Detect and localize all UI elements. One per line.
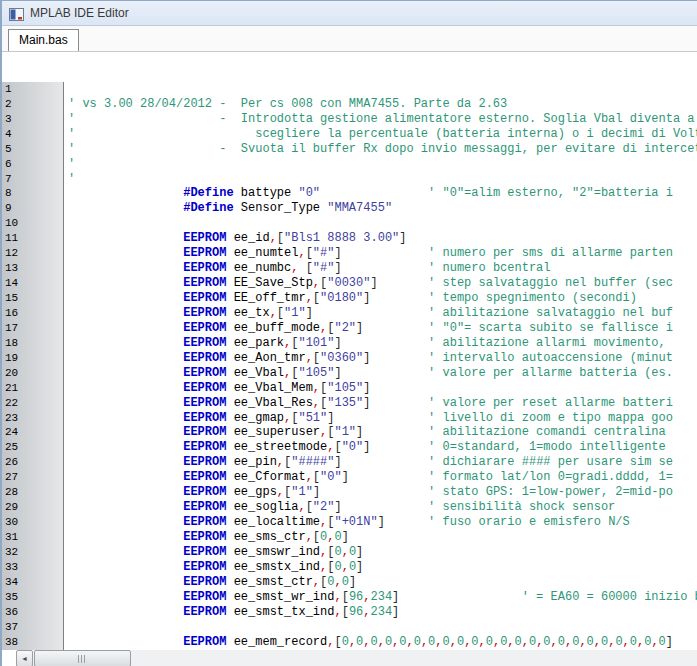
tab-main-bas[interactable]: Main.bas: [8, 29, 79, 51]
line-number[interactable]: 33: [2, 560, 64, 575]
code-line: 31 EEPROM ee_sms_ctr,[0,0]: [2, 530, 697, 545]
code-line: 38 EEPROM ee_mem_record,[0,0,0,0,0,0,0,0…: [2, 635, 697, 650]
line-number[interactable]: 16: [2, 306, 64, 321]
code-line-text: EEPROM ee_id,["Bls1 8888 3.00"]: [64, 231, 697, 246]
code-line-text: EEPROM ee_numbc, ["#"] ' numero bcentral: [64, 261, 697, 276]
scrollbar-track[interactable]: [33, 650, 697, 666]
line-number[interactable]: 17: [2, 321, 64, 336]
code-line-text: ': [64, 172, 697, 187]
code-line: 23 EEPROM ee_gmap,["51"] ' livello di zo…: [2, 411, 697, 426]
code-line-text: EEPROM ee_streetmode,["0"] ' 0=standard,…: [64, 440, 697, 455]
code-line-text: EEPROM ee_sms_ctr,[0,0]: [64, 530, 697, 545]
scrollbar-thumb[interactable]: [34, 650, 131, 666]
title-bar[interactable]: MPLAB IDE Editor: [2, 1, 697, 26]
line-number[interactable]: 1: [2, 82, 64, 97]
code-line-text: EEPROM ee_Vbal,["105"] ' valore per alla…: [64, 366, 697, 381]
code-line: 1: [2, 82, 697, 97]
line-number[interactable]: 34: [2, 575, 64, 590]
code-line: 14 EEPROM EE_Save_Stp,["0030"] ' step sa…: [2, 276, 697, 291]
tab-label: Main.bas: [19, 33, 68, 47]
line-number[interactable]: 31: [2, 530, 64, 545]
code-line: 32 EEPROM ee_smswr_ind,[0,0]: [2, 545, 697, 560]
code-line: 3' - Introdotta gestione alimentatore es…: [2, 112, 697, 127]
code-line: 33 EEPROM ee_smstx_ind,[0,0]: [2, 560, 697, 575]
window-title: MPLAB IDE Editor: [30, 6, 129, 20]
code-line-text: EEPROM ee_numtel,["#"] ' numero per sms …: [64, 246, 697, 261]
line-number[interactable]: 10: [2, 216, 64, 231]
code-line-text: EEPROM ee_Cformat,["0"] ' formato lat/lo…: [64, 470, 697, 485]
code-line-text: EEPROM ee_mem_record,[0,0,0,0,0,0,0,0,0,…: [64, 635, 697, 650]
code-line-text: ' - Introdotta gestione alimentatore est…: [64, 112, 697, 127]
mplab-editor-window: MPLAB IDE Editor Main.bas 12' vs 3.00 28…: [0, 0, 697, 666]
line-number[interactable]: 28: [2, 485, 64, 500]
line-number[interactable]: 15: [2, 291, 64, 306]
code-editor[interactable]: 12' vs 3.00 28/04/2012 - Per cs 008 con …: [2, 52, 697, 650]
code-line: 28 EEPROM ee_gps,["1"] ' stato GPS: 1=lo…: [2, 485, 697, 500]
line-number[interactable]: 9: [2, 201, 64, 216]
line-number[interactable]: 36: [2, 605, 64, 620]
code-line: 35 EEPROM ee_smst_wr_ind,[96,234] ' = EA…: [2, 590, 697, 605]
line-number[interactable]: 4: [2, 127, 64, 142]
line-number[interactable]: 13: [2, 261, 64, 276]
line-number[interactable]: 38: [2, 635, 64, 650]
line-number[interactable]: 35: [2, 590, 64, 605]
line-number[interactable]: 11: [2, 231, 64, 246]
code-line: 17 EEPROM ee_buff_mode,["2"] ' "0"= scar…: [2, 321, 697, 336]
line-number[interactable]: 6: [2, 157, 64, 172]
line-number[interactable]: 8: [2, 186, 64, 201]
code-line: 2' vs 3.00 28/04/2012 - Per cs 008 con M…: [2, 97, 697, 112]
code-line-text: EEPROM ee_tx,["1"] ' abilitazione salvat…: [64, 306, 697, 321]
code-line-text: ' scegliere la percentuale (batteria int…: [64, 127, 697, 142]
line-number[interactable]: 25: [2, 440, 64, 455]
code-line: 25 EEPROM ee_streetmode,["0"] ' 0=standa…: [2, 440, 697, 455]
code-line: 37: [2, 620, 697, 635]
code-line: 19 EEPROM ee_Aon_tmr,["0360"] ' interval…: [2, 351, 697, 366]
code-line-text: EEPROM ee_buff_mode,["2"] ' "0"= scarta …: [64, 321, 697, 336]
code-line: 24 EEPROM ee_superuser,["1"] ' abilitazi…: [2, 425, 697, 440]
code-line: 5' - Svuota il buffer Rx dopo invio mess…: [2, 142, 697, 157]
code-line: 20 EEPROM ee_Vbal,["105"] ' valore per a…: [2, 366, 697, 381]
code-line: 15 EEPROM EE_off_tmr,["0180"] ' tempo sp…: [2, 291, 697, 306]
code-line: 9 #Define Sensor_Type "MMA7455": [2, 201, 697, 216]
line-number[interactable]: 20: [2, 366, 64, 381]
code-line: 21 EEPROM ee_Vbal_Mem,["105"]: [2, 381, 697, 396]
code-line: 11 EEPROM ee_id,["Bls1 8888 3.00"]: [2, 231, 697, 246]
code-line-text: [64, 620, 697, 635]
line-number[interactable]: 24: [2, 425, 64, 440]
left-arrow-icon: ◄: [21, 655, 28, 662]
line-number[interactable]: 14: [2, 276, 64, 291]
line-number[interactable]: 3: [2, 112, 64, 127]
code-line-text: #Define battype "0" ' "0"=alim esterno, …: [64, 186, 697, 201]
line-number[interactable]: 27: [2, 470, 64, 485]
code-line: 13 EEPROM ee_numbc, ["#"] ' numero bcent…: [2, 261, 697, 276]
line-number[interactable]: 23: [2, 411, 64, 426]
code-line-text: EEPROM ee_smswr_ind,[0,0]: [64, 545, 697, 560]
line-number[interactable]: 22: [2, 396, 64, 411]
code-line-text: EEPROM ee_localtime,["+01N"] ' fuso orar…: [64, 515, 697, 530]
line-number[interactable]: 32: [2, 545, 64, 560]
code-line-text: EEPROM ee_Vbal_Res,["135"] ' valore per …: [64, 396, 697, 411]
line-number[interactable]: 29: [2, 500, 64, 515]
code-line-text: EEPROM ee_Vbal_Mem,["105"]: [64, 381, 697, 396]
line-number[interactable]: 21: [2, 381, 64, 396]
line-number[interactable]: 37: [2, 620, 64, 635]
code-line-text: #Define Sensor_Type "MMA7455": [64, 201, 697, 216]
code-line: 8 #Define battype "0" ' "0"=alim esterno…: [2, 186, 697, 201]
code-line-text: [64, 216, 697, 231]
line-number[interactable]: 12: [2, 246, 64, 261]
code-line-text: EEPROM ee_park,["101"] ' abilitazione al…: [64, 336, 697, 351]
line-number[interactable]: 18: [2, 336, 64, 351]
code-line: 36 EEPROM ee_smst_tx_ind,[96,234]: [2, 605, 697, 620]
code-line: 4' scegliere la percentuale (batteria in…: [2, 127, 697, 142]
code-line: 27 EEPROM ee_Cformat,["0"] ' formato lat…: [2, 470, 697, 485]
line-number[interactable]: 5: [2, 142, 64, 157]
line-number[interactable]: 30: [2, 515, 64, 530]
line-number[interactable]: 2: [2, 97, 64, 112]
code-line: 10: [2, 216, 697, 231]
code-line-text: EEPROM ee_superuser,["1"] ' abilitazione…: [64, 425, 697, 440]
line-number[interactable]: 26: [2, 455, 64, 470]
code-line-text: EEPROM ee_smst_ctr,[0,0]: [64, 575, 697, 590]
line-number[interactable]: 7: [2, 172, 64, 187]
line-number[interactable]: 19: [2, 351, 64, 366]
scroll-left-button[interactable]: ◄: [16, 650, 33, 666]
